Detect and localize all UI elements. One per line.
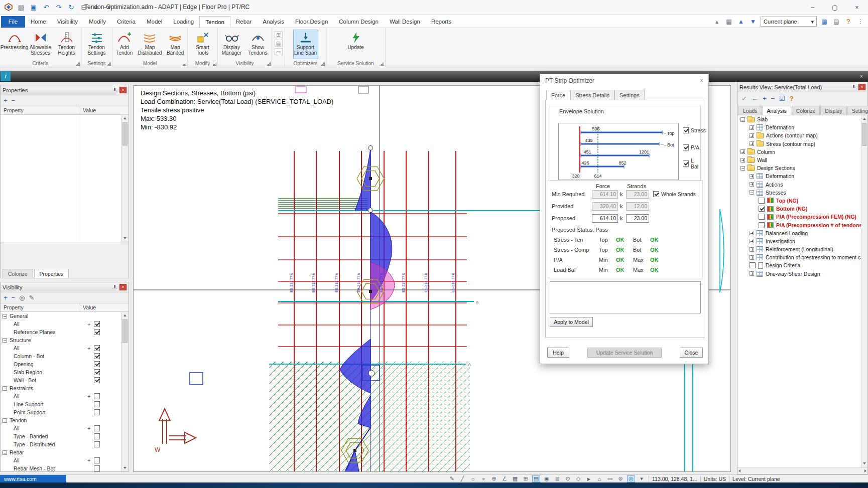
result-checkbox[interactable]	[759, 206, 765, 212]
info-icon[interactable]: i	[1, 71, 11, 81]
plane-select[interactable]: Current plane ▾	[761, 17, 817, 27]
help-icon[interactable]: ?	[844, 17, 853, 26]
proposed-strands-field[interactable]: 23.00	[626, 214, 649, 223]
dialog-launcher-icon[interactable]	[107, 62, 111, 66]
visibility-checkbox[interactable]	[94, 409, 100, 415]
scroll-down-icon[interactable]	[861, 460, 867, 467]
checkbox[interactable]	[683, 127, 689, 133]
expand-icon[interactable]	[750, 239, 754, 243]
update-service-solution-button[interactable]: Update Service Solution	[587, 348, 662, 358]
edit-icon[interactable]: ✎	[29, 294, 35, 301]
provided-force-field[interactable]: 320.40	[592, 202, 618, 211]
snap-icon[interactable]: ⊕	[490, 475, 498, 482]
dialog-launcher-icon[interactable]	[76, 62, 80, 66]
expand-icon[interactable]	[750, 141, 754, 146]
mini-table-icon[interactable]: ▤	[275, 40, 283, 47]
visibility-checkbox[interactable]	[94, 401, 100, 407]
expand-icon[interactable]	[750, 174, 754, 179]
collapse-icon[interactable]	[740, 117, 745, 122]
node-marker[interactable]	[368, 146, 373, 150]
close-button[interactable]: ×	[846, 0, 868, 15]
smart-tools-button[interactable]: Smart Tools	[190, 30, 215, 59]
tab-modify[interactable]: Modify	[83, 16, 111, 28]
visibility-item-column-bot[interactable]: Column - Bot	[1, 352, 129, 360]
visibility-item-line-support[interactable]: Line Support	[1, 400, 129, 408]
visibility-checkbox[interactable]	[94, 353, 100, 359]
panel-close-icon[interactable]: ×	[119, 87, 127, 93]
visibility-group-restraints[interactable]: Restraints	[1, 384, 129, 392]
visibility-checkbox[interactable]	[94, 433, 100, 439]
tab-colorize[interactable]: Colorize	[3, 269, 33, 278]
checkbox[interactable]	[653, 191, 659, 197]
results-scrollbar[interactable]	[861, 115, 867, 467]
table-icon[interactable]: ▤	[532, 475, 540, 482]
expand-mini-icon[interactable]: +	[87, 346, 91, 351]
tab-rebar[interactable]: Rebar	[230, 16, 257, 28]
risa-link[interactable]: www.risa.com	[0, 475, 66, 483]
line-icon[interactable]: ╱	[458, 475, 466, 482]
results-hscrollbar[interactable]	[737, 467, 867, 474]
new-file-icon[interactable]: ▤	[17, 3, 26, 12]
apply-to-model-button[interactable]: Apply to Model	[550, 317, 593, 327]
tab-column-design[interactable]: Column Design	[333, 16, 384, 28]
dock-arrow-icon[interactable]: ▴	[712, 17, 721, 26]
allowable-stresses-button[interactable]: Allowable Stresses	[28, 30, 53, 59]
visibility-item-point-support[interactable]: Point Support	[1, 408, 129, 416]
visibility-item-slab-region[interactable]: Slab Region	[1, 368, 129, 376]
expand-icon[interactable]	[750, 231, 754, 235]
expand-mini-icon[interactable]: +	[87, 321, 91, 327]
result-checkbox[interactable]	[759, 198, 765, 204]
pencil-icon[interactable]: ✎	[448, 475, 456, 482]
tab-criteria[interactable]: Criteria	[111, 16, 141, 28]
tab-loading[interactable]: Loading	[168, 16, 199, 28]
tree-item-actions[interactable]: Actions	[737, 181, 867, 189]
tree-item-slab[interactable]: Slab	[737, 115, 867, 123]
tree-item-deformation[interactable]: Deformation	[737, 172, 867, 180]
tab-tendon[interactable]: Tendon	[199, 16, 230, 28]
result-checkbox[interactable]	[759, 222, 765, 228]
update-button[interactable]: Update	[343, 30, 368, 59]
tab-properties[interactable]: Properties	[34, 269, 69, 278]
tab-analysis[interactable]: Analysis	[763, 106, 791, 115]
tree-item-pa-precompression-tendons[interactable]: P/A (Precompression # of tendons)	[737, 221, 867, 229]
expand-mini-icon[interactable]: +	[87, 426, 91, 431]
ruler-icon[interactable]: ▭	[606, 475, 614, 482]
pa-legend-checkbox[interactable]: P/A	[683, 144, 699, 150]
tendon-settings-button[interactable]: Tendon Settings	[84, 30, 109, 59]
node-marker[interactable]	[368, 370, 375, 376]
visibility-checkbox[interactable]	[94, 321, 100, 327]
tree-item-deformation[interactable]: Deformation	[737, 123, 867, 131]
visibility-scrollbar[interactable]	[121, 312, 129, 471]
angle-icon[interactable]: ∠	[501, 475, 509, 482]
display-manager-button[interactable]: Display Manager	[219, 30, 244, 59]
layout-grid-icon[interactable]: ▤	[832, 17, 841, 26]
visibility-checkbox[interactable]	[94, 441, 100, 447]
collapse-icon[interactable]	[3, 418, 7, 423]
tab-force[interactable]: Force	[546, 90, 570, 100]
show-tendons-button[interactable]: Show Tendons	[245, 30, 271, 59]
tab-stress-details[interactable]: Stress Details	[570, 90, 614, 100]
visibility-checkbox[interactable]	[94, 369, 100, 375]
result-checkbox[interactable]	[759, 214, 765, 220]
remove-view-icon[interactable]: −	[771, 95, 775, 102]
scroll-up-icon[interactable]	[121, 115, 129, 122]
map-banded-button[interactable]: Map Banded	[163, 30, 187, 59]
expand-mini-icon[interactable]: +	[87, 458, 91, 463]
verify-icon[interactable]: ☑	[779, 95, 785, 102]
expand-mini-icon[interactable]: +	[87, 394, 91, 399]
tree-item-top-ng[interactable]: Top (NG)	[737, 197, 867, 205]
mini-ruler-icon[interactable]: ▭	[275, 48, 283, 55]
tab-analysis[interactable]: Analysis	[257, 16, 290, 28]
visibility-item-all[interactable]: All+	[1, 456, 129, 464]
tree-item-column[interactable]: Column	[737, 148, 867, 156]
panel-close-icon[interactable]: ×	[858, 84, 865, 90]
pin-icon[interactable]	[112, 285, 117, 290]
undo-icon[interactable]: ↶	[42, 3, 51, 12]
tab-display[interactable]: Display	[820, 106, 846, 115]
visibility-item-type-banded[interactable]: Type - Banded	[1, 432, 129, 440]
node-marker[interactable]	[368, 208, 373, 213]
min-required-strands-field[interactable]: 23.00	[626, 190, 649, 199]
visibility-checkbox[interactable]	[94, 345, 100, 351]
plane-down-icon[interactable]: ▼	[749, 17, 758, 26]
visibility-checkbox[interactable]	[94, 457, 100, 463]
